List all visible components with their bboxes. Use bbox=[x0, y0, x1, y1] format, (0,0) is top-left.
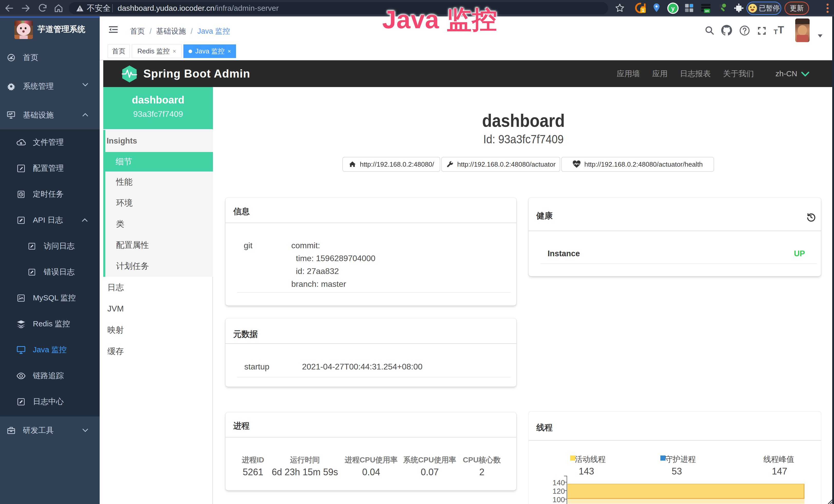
svg-text:on: on bbox=[705, 9, 709, 13]
svg-text:y: y bbox=[671, 5, 675, 12]
svg-text:1: 1 bbox=[642, 8, 644, 13]
